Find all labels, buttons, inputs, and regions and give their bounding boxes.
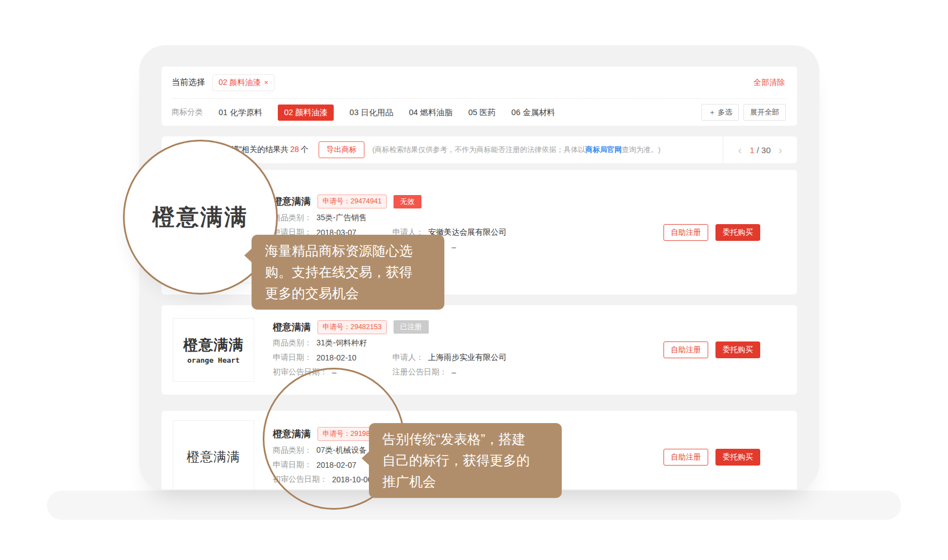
clear-all-link[interactable]: 全部清除	[753, 78, 785, 88]
filter-panel: 当前选择 02 颜料油漆 × 全部清除 商标分类 01 化学原料 02 颜料油漆…	[162, 67, 797, 126]
prev-page-icon[interactable]: ‹	[738, 144, 742, 155]
trademark-office-link[interactable]: 商标局官网	[585, 145, 622, 154]
page: 当前选择 02 颜料油漆 × 全部清除 商标分类 01 化学原料 02 颜料油漆…	[0, 0, 948, 560]
trademark-name[interactable]: 橙意满满	[273, 195, 311, 208]
entrust-purchase-button[interactable]: 委托购买	[715, 449, 760, 466]
current-page: 1	[750, 145, 754, 155]
multi-select-button[interactable]: ＋ 多选	[701, 104, 739, 121]
category-value: 31类-饲料种籽	[316, 338, 367, 348]
trademark-image-text: 橙意满满	[183, 335, 244, 355]
results-count: 28	[288, 145, 301, 154]
apply-date-label: 申请日期：	[273, 353, 312, 363]
registration-publication-label: 注册公告日期：	[392, 367, 447, 377]
tooltip-line: 更多的交易机会	[265, 283, 431, 304]
row-actions: 自助注册 委托购买	[663, 341, 760, 358]
self-register-button[interactable]: 自助注册	[663, 224, 708, 241]
remove-filter-icon[interactable]: ×	[264, 78, 268, 87]
pagination: ‹ 1 / 30 ›	[723, 136, 797, 163]
trademark-result-row-2: 橙意满满 orange Heart 橙意满满 申请号：29482153 已注册 …	[162, 305, 797, 395]
application-number-label: 申请号：	[323, 197, 350, 205]
application-number: 29474941	[350, 197, 382, 205]
category-row: 商标分类 01 化学原料 02 颜料油漆 03 日化用品 04 燃料油脂 05 …	[162, 99, 797, 126]
tooltip-marketplace: 海量精品商标资源随心选 购。支持在线交易，获得 更多的交易机会	[252, 235, 444, 310]
row-actions: 自助注册 委托购买	[663, 449, 760, 466]
category-item-03[interactable]: 03 日化用品	[349, 107, 393, 118]
apply-date-value: 2018-02-10	[316, 353, 357, 362]
entrust-purchase-button[interactable]: 委托购买	[715, 224, 760, 241]
next-page-icon[interactable]: ›	[779, 144, 783, 155]
expand-all-button[interactable]: 展开全部	[743, 104, 786, 121]
selected-filter-tag-text: 02 颜料油漆	[219, 78, 260, 88]
category-item-05[interactable]: 05 医药	[468, 107, 496, 118]
category-item-01[interactable]: 01 化学原料	[219, 107, 262, 118]
page-indicator: 1 / 30	[750, 145, 771, 155]
tooltip-arrow-icon	[244, 248, 252, 263]
current-selection-row: 当前选择 02 颜料油漆 × 全部清除	[162, 67, 797, 98]
trademark-image-2[interactable]: 橙意满满 orange Heart	[173, 318, 254, 382]
category-row-label: 商标分类	[172, 107, 203, 117]
tooltip-promotion: 告别传统“发表格”，搭建 自己的标行，获得更多的 推广机会	[369, 423, 562, 498]
trademark-image-text: 橙意满满	[187, 448, 240, 466]
trademark-image-3[interactable]: 橙意满满	[173, 420, 254, 490]
trademark-name[interactable]: 橙意满满	[273, 321, 311, 334]
tooltip-line: 自己的标行，获得更多的	[382, 450, 548, 471]
status-badge: 无效	[394, 195, 421, 208]
category-item-04[interactable]: 04 燃料油脂	[409, 107, 453, 118]
magnified-trademark-text: 橙意满满	[153, 202, 249, 232]
category-item-02-active[interactable]: 02 颜料油漆	[278, 105, 334, 121]
application-number-badge: 申请号：29474941	[317, 194, 387, 208]
tooltip-line: 购。支持在线交易，获得	[265, 262, 431, 283]
results-header: 检索到“橙意满满”相关的结果共28个 导出商标 (商标检索结果仅供参考，不作为商…	[162, 136, 797, 163]
total-pages: 30	[761, 145, 771, 155]
row-actions: 自助注册 委托购买	[663, 224, 760, 241]
disclaimer-prefix: (商标检索结果仅供参考，不作为商标能否注册的法律依据；具体以	[372, 145, 585, 154]
tooltip-line: 海量精品商标资源随心选	[265, 240, 431, 262]
application-number-badge: 申请号：29482153	[317, 320, 387, 334]
export-trademarks-button[interactable]: 导出商标	[319, 141, 364, 158]
tooltip-line: 告别传统“发表格”，搭建	[382, 429, 548, 450]
selected-filter-tag[interactable]: 02 颜料油漆 ×	[212, 74, 274, 91]
entrust-purchase-button[interactable]: 委托购买	[715, 341, 760, 358]
category-tools: ＋ 多选 展开全部	[701, 104, 786, 121]
applicant-value: 上海雨步实业有限公司	[428, 353, 506, 363]
trademark-image-subtext: orange Heart	[187, 356, 240, 364]
page-separator: /	[757, 145, 759, 155]
category-item-06[interactable]: 06 金属材料	[511, 107, 555, 118]
tooltip-line: 推广机会	[382, 471, 548, 492]
applicant-label: 申请人：	[392, 353, 424, 363]
self-register-button[interactable]: 自助注册	[663, 341, 708, 358]
category-value: 35类-广告销售	[316, 213, 367, 223]
current-selection-label: 当前选择	[172, 77, 205, 88]
application-number: 29482153	[350, 323, 382, 331]
registration-publication-value: –	[452, 243, 456, 251]
status-badge: 已注册	[394, 320, 429, 334]
category-label: 商品类别：	[273, 338, 312, 348]
disclaimer-suffix: 查询为准。)	[622, 145, 660, 154]
disclaimer-note: (商标检索结果仅供参考，不作为商标能否注册的法律依据；具体以商标局官网查询为准。…	[372, 145, 723, 155]
registration-publication-value: –	[452, 368, 456, 377]
results-unit: 个	[301, 145, 309, 154]
application-number-label: 申请号：	[323, 323, 350, 331]
tooltip-arrow-icon	[362, 451, 369, 466]
category-label: 商品类别：	[273, 213, 312, 223]
self-register-button[interactable]: 自助注册	[663, 449, 708, 466]
